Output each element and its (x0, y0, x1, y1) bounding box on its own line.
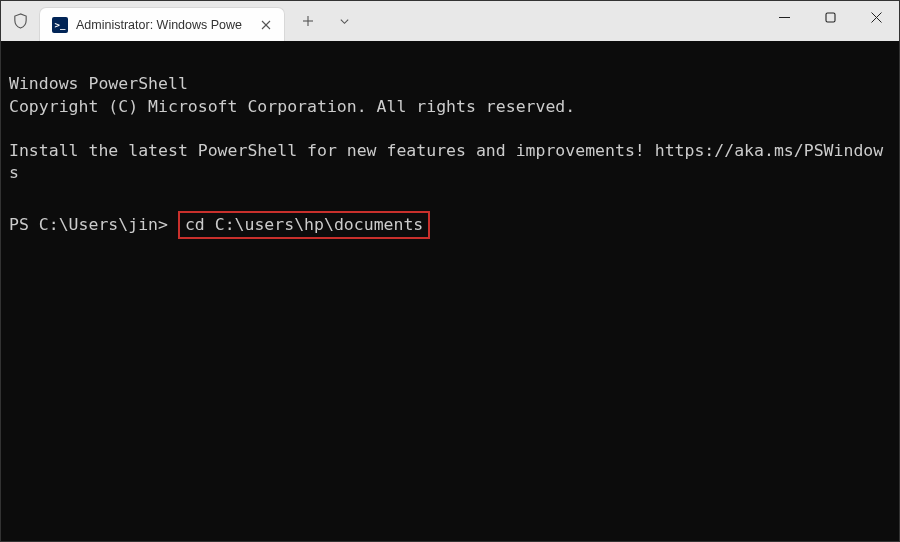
tab-title: Administrator: Windows Powe (76, 18, 250, 32)
close-button[interactable] (853, 1, 899, 33)
new-tab-button[interactable] (291, 6, 325, 36)
terminal-line: Copyright (C) Microsoft Corporation. All… (9, 97, 575, 116)
titlebar: >_ Administrator: Windows Powe (1, 1, 899, 41)
tab-close-button[interactable] (258, 17, 274, 33)
powershell-icon: >_ (52, 17, 68, 33)
svg-rect-5 (826, 13, 835, 22)
terminal-line: Install the latest PowerShell for new fe… (9, 141, 883, 182)
tab-actions (291, 6, 361, 36)
maximize-button[interactable] (807, 1, 853, 33)
command-highlight: cd C:\users\hp\documents (178, 211, 430, 239)
shield-icon (1, 1, 39, 41)
terminal-command: cd C:\users\hp\documents (185, 215, 423, 234)
window-controls (761, 1, 899, 41)
terminal-prompt: PS C:\Users\jin> (9, 215, 168, 234)
tab-dropdown-button[interactable] (327, 6, 361, 36)
terminal-line: Windows PowerShell (9, 74, 188, 93)
tab-active[interactable]: >_ Administrator: Windows Powe (39, 7, 285, 41)
terminal-content[interactable]: Windows PowerShell Copyright (C) Microso… (1, 41, 899, 541)
minimize-button[interactable] (761, 1, 807, 33)
